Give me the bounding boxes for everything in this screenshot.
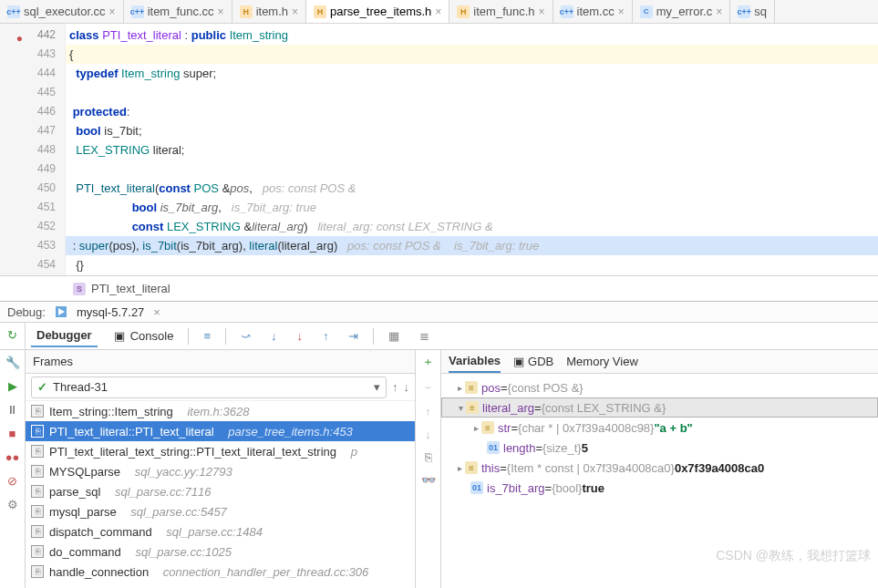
step-into-icon[interactable]: ↓ (265, 327, 283, 345)
var-row[interactable]: ▸≡str = {char * | 0x7f39a4008c98} "a + b… (441, 418, 878, 438)
cpp-icon: c++ (131, 5, 144, 18)
tab-sql-executor[interactable]: c++sql_executor.cc× (0, 0, 124, 23)
tab-gdb[interactable]: ▣GDB (513, 351, 553, 372)
run-to-cursor-icon[interactable]: ⇥ (343, 327, 364, 345)
stop-icon[interactable]: ■ (5, 425, 21, 441)
step-over-icon[interactable]: ⤻ (235, 327, 256, 345)
tab-memory-view[interactable]: Memory View (566, 351, 638, 372)
frames-panel: Frames ✓ Thread-31 ▾ ↑ ↓ ⎘Item_string::I… (26, 350, 416, 588)
pause-icon[interactable]: ⏸ (5, 401, 21, 418)
c-icon: C (640, 5, 653, 18)
tab-item-func-cc[interactable]: c++item_func.cc× (124, 0, 232, 23)
expand-icon[interactable]: ▸ (454, 383, 465, 393)
modify-run-icon[interactable]: 🔧 (5, 354, 21, 370)
frame-row[interactable]: ⎘handle_connection connection_handler_pe… (26, 562, 415, 582)
cpp-icon: c++ (738, 5, 750, 18)
close-icon[interactable]: × (153, 305, 160, 319)
settings-icon[interactable]: ⚙ (5, 496, 21, 512)
frame-icon: ⎘ (31, 565, 44, 578)
frames-title: Frames (33, 355, 73, 368)
tab-overflow[interactable]: c++sq (730, 0, 775, 23)
h-icon: H (240, 5, 253, 18)
close-icon[interactable]: × (109, 5, 116, 18)
tab-item-func-h[interactable]: Hitem_func.h× (449, 0, 553, 23)
trace-icon[interactable]: ≣ (414, 327, 435, 345)
debug-side-toolbar: 🔧 ▶ ⏸ ■ ●● ⊘ ⚙ (0, 350, 26, 588)
gutter[interactable]: 442● 443 444 445 446 447 448 449 450 451… (0, 24, 66, 275)
tab-console[interactable]: ▣Console (107, 325, 180, 347)
prim-icon: 01 (487, 441, 500, 454)
code-area[interactable]: class PTI_text_literal : public Item_str… (66, 24, 878, 275)
frame-row[interactable]: ⎘mysql_parse sql_parse.cc:5457 (26, 501, 415, 521)
step-out-icon[interactable]: ↑ (317, 327, 335, 345)
obj-icon: ≡ (465, 381, 478, 394)
up-icon[interactable]: ↑ (425, 405, 431, 418)
mute-breakpoints-icon[interactable]: ⊘ (5, 472, 21, 489)
prev-frame-icon[interactable]: ↑ (392, 380, 398, 394)
down-icon[interactable]: ↓ (425, 428, 431, 441)
tab-parse-tree-items[interactable]: Hparse_tree_items.h× (306, 0, 449, 23)
frame-icon: ⎘ (31, 485, 44, 498)
frame-row[interactable]: ⎘do_command sql_parse.cc:1025 (26, 542, 415, 562)
console-icon: ▣ (513, 355, 524, 368)
var-row[interactable]: ▾≡literal_arg = {const LEX_STRING &} (441, 397, 878, 418)
rerun-button[interactable]: ↻ (0, 323, 25, 342)
force-step-into-icon[interactable]: ↓ (291, 327, 308, 345)
expand-icon[interactable]: ▸ (470, 423, 481, 433)
cpp-icon: c++ (561, 5, 573, 18)
frame-row[interactable]: ⎘Item_string::Item_string item.h:3628 (26, 401, 415, 421)
thread-selector[interactable]: ✓ Thread-31 ▾ (31, 377, 387, 398)
cpp-icon: c++ (7, 5, 20, 18)
tab-item-h[interactable]: Hitem.h× (232, 0, 306, 23)
frame-row[interactable]: ⎘MYSQLparse sql_yacc.yy:12793 (26, 461, 415, 481)
expand-icon[interactable]: ▸ (454, 463, 465, 473)
run-config-name[interactable]: mysql-5.7.27 (77, 305, 144, 319)
variables-tree[interactable]: ▸≡pos = {const POS &} ▾≡literal_arg = {c… (441, 374, 878, 498)
show-watches-icon[interactable]: 👓 (421, 473, 436, 487)
frame-row[interactable]: ⎘dispatch_command sql_parse.cc:1484 (26, 521, 415, 542)
breadcrumb-label: PTI_text_literal (91, 282, 170, 295)
variables-panel: ＋ － ↑ ↓ ⎘ 👓 Variables ▣GDB Memory View ▸… (416, 350, 878, 588)
frame-icon: ⎘ (31, 405, 44, 418)
copy-icon[interactable]: ⎘ (425, 450, 432, 464)
chevron-down-icon: ▾ (374, 380, 380, 394)
close-icon[interactable]: × (539, 5, 545, 18)
close-icon[interactable]: × (218, 5, 224, 18)
check-icon: ✓ (37, 380, 47, 394)
tab-debugger[interactable]: Debugger (31, 325, 98, 347)
var-row[interactable]: 01is_7bit_arg = {bool} true (441, 478, 878, 498)
next-frame-icon[interactable]: ↓ (404, 380, 410, 394)
var-row[interactable]: ▸≡pos = {const POS &} (441, 377, 878, 397)
close-icon[interactable]: × (618, 5, 625, 18)
tab-variables[interactable]: Variables (449, 350, 501, 373)
frames-list[interactable]: ⎘Item_string::Item_string item.h:3628 ⎘P… (26, 401, 415, 588)
collapse-icon[interactable]: ▾ (455, 403, 466, 413)
evaluate-icon[interactable]: ▦ (383, 327, 405, 345)
add-watch-icon[interactable]: ＋ (422, 354, 434, 370)
h-icon: H (314, 5, 326, 18)
frame-row[interactable]: ⎘PTI_text_literal_text_string::PTI_text_… (26, 441, 415, 461)
breadcrumb[interactable]: S PTI_text_literal (0, 275, 878, 301)
var-row[interactable]: 01length = {size_t} 5 (441, 438, 878, 458)
h-icon: H (457, 5, 470, 18)
variables-toolbar: ＋ － ↑ ↓ ⎘ 👓 (416, 350, 441, 588)
remove-watch-icon[interactable]: － (422, 379, 434, 396)
var-row[interactable]: ▸≡this = {Item * const | 0x7f39a4008ca0}… (441, 458, 878, 478)
close-icon[interactable]: × (716, 5, 722, 18)
tab-my-error-c[interactable]: Cmy_error.c× (633, 0, 730, 23)
console-icon: ▣ (112, 329, 127, 344)
close-icon[interactable]: × (435, 5, 441, 18)
view-breakpoints-icon[interactable]: ●● (5, 449, 21, 465)
close-icon[interactable]: × (292, 5, 298, 18)
debug-body: 🔧 ▶ ⏸ ■ ●● ⊘ ⚙ Frames ✓ Thread-31 ▾ ↑ ↓ … (0, 350, 878, 588)
frame-row[interactable]: ⎘PTI_text_literal::PTI_text_literal pars… (26, 421, 415, 441)
prim-icon: 01 (470, 481, 483, 494)
resume-icon[interactable]: ▶ (5, 377, 21, 394)
struct-icon: S (73, 283, 86, 295)
debug-label: Debug: (7, 305, 46, 319)
tab-item-cc[interactable]: c++item.cc× (553, 0, 633, 23)
bookmark-icon: ● (12, 29, 23, 40)
frame-row[interactable]: ⎘parse_sql sql_parse.cc:7116 (26, 481, 415, 501)
debug-toolwindow-header: Debug: mysql-5.7.27 × (0, 301, 878, 323)
threads-icon[interactable]: ≡ (198, 327, 216, 345)
